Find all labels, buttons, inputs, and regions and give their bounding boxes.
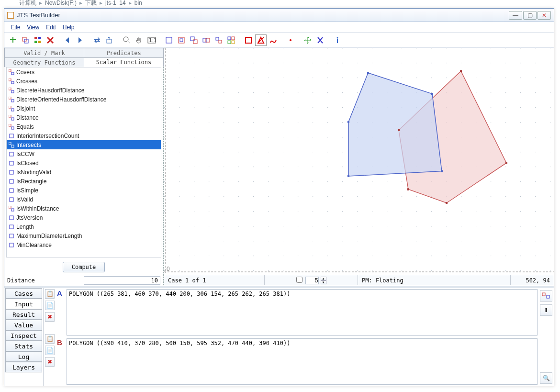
paste-b-icon[interactable]: 📋 [45,334,55,344]
function-item[interactable]: JtsVersion [7,213,161,222]
geom-b-input[interactable] [67,338,538,385]
snap-icon[interactable] [314,34,326,46]
svg-rect-20 [232,37,235,40]
svg-rect-27 [9,69,11,72]
function-item[interactable]: Distance [7,113,161,122]
draw-poly-icon[interactable] [255,34,267,46]
pan-icon[interactable] [134,34,145,46]
svg-rect-44 [10,152,13,156]
function-item[interactable]: Crosses [7,77,161,86]
geom-a-input[interactable] [67,289,538,336]
copy-icon[interactable] [20,34,31,46]
rect-e-icon[interactable] [213,34,224,46]
function-item[interactable]: Intersects [7,140,161,149]
menu-help[interactable]: Help [60,23,78,32]
swap-icon[interactable] [91,34,103,46]
svg-rect-35 [9,106,11,108]
menu-view[interactable]: View [24,23,42,32]
export-icon[interactable] [104,34,115,46]
svg-rect-76 [547,295,549,298]
dot-icon[interactable] [285,34,296,46]
function-item[interactable]: InteriorIntersectionCount [7,131,161,140]
status-spinner[interactable]: ▲▼ [305,277,326,284]
draw-line-icon[interactable] [268,34,279,46]
copy-b-icon[interactable]: 📄 [45,346,55,355]
svg-rect-12 [180,39,183,42]
copy-a-icon[interactable]: 📄 [45,301,55,310]
function-item[interactable]: Length [7,222,161,231]
load-geom-icon[interactable] [540,290,552,302]
bottom-tab-stats[interactable]: Stats [5,341,42,351]
function-item[interactable]: DiscreteOrientedHausdorffDistance [7,95,161,104]
function-item[interactable]: IsSimple [7,186,161,195]
clear-a-icon[interactable]: ✖ [45,312,55,322]
svg-rect-46 [10,170,13,174]
bottom-tab-layers[interactable]: Layers [5,362,42,372]
inspect-icon[interactable]: 🔍 [540,372,552,384]
geometry-canvas[interactable]: 0 [164,48,554,285]
maximize-button[interactable]: ▢ [523,11,537,20]
delete-icon[interactable] [45,34,56,46]
clear-b-icon[interactable]: ✖ [45,357,55,367]
rect-b-icon[interactable] [176,34,187,46]
paste-a-icon[interactable]: 📋 [45,289,55,299]
function-item[interactable]: Disjoint [7,104,161,113]
menubar: File View Edit Help [4,22,554,33]
move-icon[interactable] [302,34,314,46]
status-pm: PM: Floating [358,275,511,285]
zoom-icon[interactable] [121,34,133,46]
canvas-area[interactable]: 0 Case 1 of 1 ▲▼ PM: Floating 562, 94 [164,48,554,285]
svg-rect-22 [232,41,235,44]
rect-a-icon[interactable] [163,34,175,46]
function-item[interactable]: IsNodingValid [7,168,161,177]
bottom-tab-inspect[interactable]: Inspect [5,330,42,341]
add-icon[interactable] [7,34,19,46]
status-checkbox[interactable] [296,277,302,283]
svg-rect-65 [367,72,369,74]
up-arrow-icon[interactable]: ⬆ [540,304,552,316]
tab-scalar-functions[interactable]: Scalar Functions [84,57,164,67]
function-item[interactable]: IsWithinDistance [7,204,161,213]
next-icon[interactable] [74,34,86,46]
draw-rect-icon[interactable] [243,34,254,46]
tab-valid-mark[interactable]: Valid / Mark [4,48,84,57]
tab-predicates[interactable]: Predicates [84,48,164,57]
svg-rect-30 [11,81,14,84]
close-button[interactable]: ✕ [538,11,551,20]
geom-b-label: B [57,338,64,385]
function-item[interactable]: Covers [7,67,161,77]
tab-geometry-functions[interactable]: Geometry Functions [4,57,84,67]
info-icon[interactable] [332,34,343,46]
svg-rect-31 [9,88,11,90]
result-field[interactable] [84,276,160,285]
function-item[interactable]: IsValid [7,195,161,204]
minimize-button[interactable]: — [509,11,522,20]
function-item[interactable]: MinClearance [7,240,161,249]
function-item[interactable]: IsCCW [7,149,161,158]
svg-rect-33 [9,97,11,99]
function-list[interactable]: CoversCrossesDiscreteHausdorffDistanceDi… [6,67,161,258]
prev-icon[interactable] [62,34,73,46]
rect-c-icon[interactable] [188,34,200,46]
bottom-tab-log[interactable]: Log [5,351,42,362]
svg-rect-14 [193,40,197,44]
bottom-tab-value[interactable]: Value [5,320,42,330]
menu-edit[interactable]: Edit [43,23,59,32]
bottom-tab-input[interactable]: Input [5,299,42,309]
function-item[interactable]: IsRectangle [7,177,161,186]
rect-f-icon[interactable] [225,34,237,46]
function-item[interactable]: IsClosed [7,158,161,168]
compute-button[interactable]: Compute [63,262,105,272]
svg-rect-28 [11,72,14,75]
menu-file[interactable]: File [8,23,23,32]
function-item[interactable]: Equals [7,122,161,131]
canvas-status-bar: Case 1 of 1 ▲▼ PM: Floating 562, 94 [164,275,554,285]
app-window: JTS TestBuilder — ▢ ✕ File View Edit Hel… [4,8,554,386]
bottom-tab-cases[interactable]: Cases [5,288,42,299]
function-item[interactable]: MaximumDiameterLength [7,231,161,240]
grid-icon[interactable] [32,34,44,46]
bottom-tab-result[interactable]: Result [5,309,42,320]
function-item[interactable]: DiscreteHausdorffDistance [7,86,161,95]
rect-d-icon[interactable] [201,34,212,46]
one-to-one-icon[interactable]: 1:1 [146,34,157,46]
